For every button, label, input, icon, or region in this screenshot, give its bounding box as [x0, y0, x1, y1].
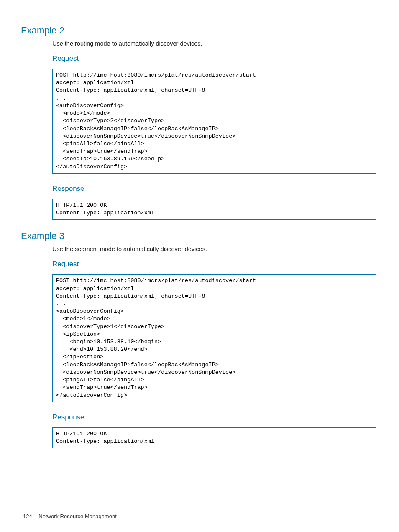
- page-footer: 124 Network Resource Management: [23, 513, 117, 519]
- example-3-request-label: Request: [52, 260, 376, 268]
- page-number: 124: [23, 513, 32, 519]
- example-3-heading: Example 3: [21, 231, 376, 242]
- example-3-request-code: POST http://imc_host:8080/imcrs/plat/res…: [52, 274, 376, 402]
- example-3-description: Use the segment mode to automatically di…: [52, 246, 376, 252]
- example-3-response-code: HTTP/1.1 200 OK Content-Type: applicatio…: [52, 427, 376, 448]
- example-2-description: Use the routing mode to automatically di…: [52, 40, 376, 47]
- example-2-heading: Example 2: [21, 25, 376, 36]
- footer-section-title: Network Resource Management: [38, 513, 116, 519]
- example-2-request-label: Request: [52, 54, 376, 63]
- example-3-response-label: Response: [52, 413, 376, 421]
- example-2-request-code: POST http://imc_host:8080/imcrs/plat/res…: [52, 69, 376, 174]
- example-2-response-code: HTTP/1.1 200 OK Content-Type: applicatio…: [52, 199, 376, 220]
- example-2-response-label: Response: [52, 185, 376, 193]
